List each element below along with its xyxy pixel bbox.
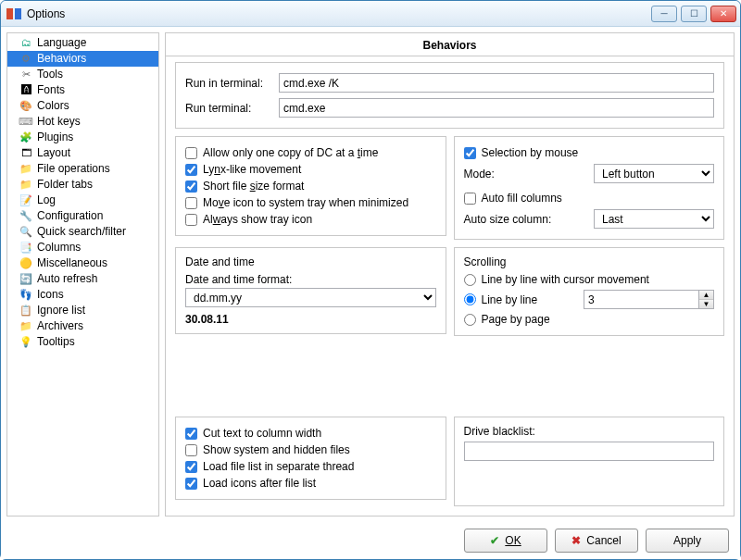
- tip-icon: [19, 335, 33, 350]
- options-window: Options ─ ☐ ✕ LanguageBehaviorsToolsFont…: [0, 0, 741, 560]
- close-button[interactable]: ✕: [710, 6, 736, 22]
- lynx-checkbox[interactable]: [185, 164, 197, 176]
- ignore-icon: [19, 304, 33, 318]
- cut-text-checkbox[interactable]: [185, 428, 197, 440]
- font-icon: [19, 83, 33, 98]
- scissors-icon: [19, 68, 33, 82]
- auto-fill-checkbox[interactable]: [464, 193, 476, 205]
- tree-item-auto-refresh[interactable]: Auto refresh: [7, 271, 158, 287]
- cancel-button[interactable]: ✖Cancel: [555, 529, 638, 553]
- auto-fill-label: Auto fill columns: [482, 192, 562, 205]
- show-hidden-checkbox[interactable]: [185, 444, 197, 456]
- client-area: LanguageBehaviorsToolsFontsColorsHot key…: [1, 27, 740, 522]
- archive-icon: [19, 319, 33, 334]
- tree-item-label: Fonts: [37, 83, 65, 97]
- tree-item-columns[interactable]: Columns: [7, 240, 158, 255]
- tray-min-checkbox[interactable]: [185, 197, 197, 209]
- one-copy-checkbox[interactable]: [185, 147, 197, 159]
- tree-item-label: Log: [37, 193, 56, 207]
- scroll-page-radio[interactable]: [464, 314, 476, 326]
- tree-item-label: Tooltips: [37, 335, 75, 349]
- tree-item-ignore-list[interactable]: Ignore list: [7, 303, 158, 318]
- tree-item-label: Plugins: [37, 131, 73, 144]
- scroll-line-label: Line by line: [482, 293, 538, 306]
- tree-item-label: Layout: [37, 146, 70, 160]
- minimize-button[interactable]: ─: [651, 6, 677, 22]
- mode-label: Mode:: [464, 168, 501, 180]
- tree-item-label: Ignore list: [37, 304, 85, 317]
- tree-item-hot-keys[interactable]: Hot keys: [7, 114, 158, 130]
- window-title: Options: [27, 7, 65, 20]
- tree-item-quick-search-filter[interactable]: Quick search/filter: [7, 224, 158, 240]
- x-icon: ✖: [571, 534, 581, 547]
- page-title: Behaviors: [166, 33, 734, 56]
- tree-item-colors[interactable]: Colors: [7, 98, 158, 114]
- tree-item-layout[interactable]: Layout: [7, 145, 158, 161]
- tree-item-label: Archivers: [37, 319, 83, 333]
- one-copy-label: Allow only one copy of DC at a time: [203, 146, 378, 159]
- tree-item-label: Auto refresh: [37, 272, 97, 286]
- scroll-line-cursor-radio[interactable]: [464, 274, 476, 286]
- tree-item-behaviors[interactable]: Behaviors: [7, 51, 158, 67]
- tree-item-file-operations[interactable]: File operations: [7, 161, 158, 177]
- tree-item-configuration[interactable]: Configuration: [7, 208, 158, 224]
- tree-item-icons[interactable]: Icons: [7, 287, 158, 303]
- datetime-group: Date and time Date and time format: dd.m…: [175, 247, 446, 334]
- title-bar: Options ─ ☐ ✕: [1, 1, 740, 27]
- tree-item-label: Configuration: [37, 209, 103, 223]
- scroll-line-spinner[interactable]: ▲▼: [699, 290, 714, 309]
- datetime-sample: 30.08.11: [185, 307, 436, 326]
- show-hidden-label: Show system and hidden files: [203, 443, 350, 456]
- auto-size-select[interactable]: Last: [594, 209, 714, 229]
- scroll-line-cursor-label: Line by line with cursor movement: [482, 273, 649, 286]
- tree-item-log[interactable]: Log: [7, 193, 158, 208]
- scrolling-title: Scrolling: [464, 255, 715, 271]
- cut-text-label: Cut text to column width: [203, 427, 321, 440]
- tree-item-miscellaneous[interactable]: Miscellaneous: [7, 255, 158, 271]
- tree-item-label: File operations: [37, 162, 110, 176]
- scroll-line-input[interactable]: [584, 290, 699, 309]
- layout-icon: [19, 146, 33, 161]
- tree-item-label: Columns: [37, 241, 81, 255]
- tree-item-archivers[interactable]: Archivers: [7, 318, 158, 334]
- wrench-icon: [19, 209, 33, 224]
- sep-thread-checkbox[interactable]: [185, 461, 197, 473]
- run-terminal-label: Run terminal:: [185, 102, 273, 115]
- drive-blacklist-input[interactable]: [464, 442, 715, 461]
- mode-select[interactable]: Left button: [594, 164, 714, 183]
- sep-thread-label: Load file list in separate thread: [203, 460, 354, 473]
- category-tree[interactable]: LanguageBehaviorsToolsFontsColorsHot key…: [6, 32, 159, 516]
- filelist-checks-group: Cut text to column width Show system and…: [175, 417, 446, 500]
- sel-mouse-checkbox[interactable]: [464, 147, 476, 159]
- ok-button[interactable]: ✔OK: [464, 529, 547, 553]
- tree-item-tooltips[interactable]: Tooltips: [7, 334, 158, 350]
- gear-icon: [19, 52, 33, 67]
- tree-item-plugins[interactable]: Plugins: [7, 130, 158, 145]
- short-size-checkbox[interactable]: [185, 180, 197, 193]
- tree-item-label: Quick search/filter: [37, 225, 126, 239]
- run-in-terminal-label: Run in terminal:: [185, 77, 273, 90]
- tree-item-label: Hot keys: [37, 115, 81, 129]
- datetime-format-select[interactable]: dd.mm.yy: [185, 288, 436, 307]
- apply-button[interactable]: Apply: [646, 529, 729, 553]
- tree-item-label: Folder tabs: [37, 178, 93, 192]
- app-icon: [6, 6, 21, 21]
- tray-always-checkbox[interactable]: [185, 214, 197, 226]
- tray-always-label: Always show tray icon: [203, 213, 312, 226]
- tree-item-fonts[interactable]: Fonts: [7, 82, 158, 98]
- lang-icon: [19, 36, 33, 51]
- general-checks-group: Allow only one copy of DC at a time Lynx…: [175, 136, 446, 236]
- tree-item-language[interactable]: Language: [7, 35, 158, 51]
- tree-item-tools[interactable]: Tools: [7, 67, 158, 82]
- maximize-button[interactable]: ☐: [681, 6, 707, 22]
- palette-icon: [19, 99, 33, 114]
- run-terminal-input[interactable]: [279, 98, 714, 118]
- tree-item-folder-tabs[interactable]: Folder tabs: [7, 177, 158, 193]
- sel-mouse-label: Selection by mouse: [482, 146, 579, 159]
- icons-after-checkbox[interactable]: [185, 478, 197, 490]
- columns-icon: [19, 241, 33, 255]
- run-in-terminal-input[interactable]: [279, 73, 714, 93]
- scroll-line-radio[interactable]: [464, 293, 476, 305]
- lynx-label: Lynx-like movement: [203, 163, 301, 176]
- mouse-column-group: Selection by mouse Mode: Left button Aut…: [454, 136, 725, 240]
